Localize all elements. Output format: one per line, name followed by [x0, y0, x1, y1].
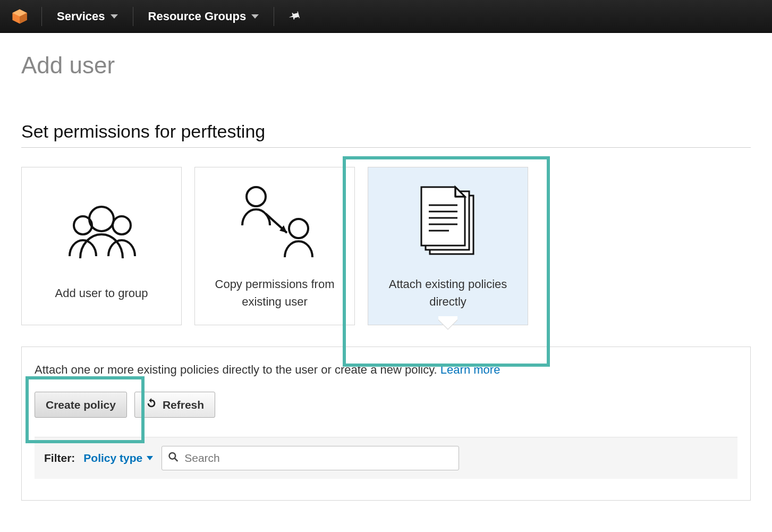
nav-separator [41, 7, 42, 26]
card-label: Attach existing policies directly [368, 275, 528, 310]
card-add-user-to-group[interactable]: Add user to group [21, 167, 182, 325]
nav-separator [133, 7, 133, 26]
button-row: Create policy Refresh [35, 392, 737, 418]
search-input[interactable] [162, 446, 459, 470]
nav-services-label: Services [57, 10, 105, 23]
learn-more-link[interactable]: Learn more [440, 363, 500, 376]
search-wrap [162, 446, 459, 470]
svg-point-6 [247, 187, 266, 206]
filter-bar: Filter: Policy type [35, 437, 737, 479]
copy-user-icon [224, 182, 325, 261]
panel-description-text: Attach one or more existing policies dir… [35, 363, 440, 376]
page-title: Add user [21, 52, 751, 79]
svg-point-4 [89, 207, 114, 231]
card-attach-policies[interactable]: Attach existing policies directly [368, 167, 528, 325]
policy-panel: Attach one or more existing policies dir… [21, 347, 751, 501]
group-icon [54, 191, 149, 271]
chevron-down-icon [111, 14, 118, 19]
section-title: Set permissions for perftesting [21, 121, 751, 148]
search-icon [168, 452, 179, 465]
svg-line-22 [175, 458, 178, 461]
nav-resource-groups[interactable]: Resource Groups [143, 10, 265, 23]
document-stack-icon [411, 182, 485, 261]
create-policy-label: Create policy [46, 399, 116, 411]
refresh-button[interactable]: Refresh [134, 392, 215, 418]
nav-separator [274, 7, 274, 26]
chevron-down-icon [147, 456, 153, 460]
svg-point-21 [169, 453, 176, 459]
create-policy-button[interactable]: Create policy [35, 392, 127, 418]
filter-dropdown-label: Policy type [83, 452, 142, 465]
filter-policy-type-dropdown[interactable]: Policy type [83, 452, 153, 465]
cube-icon [11, 7, 29, 26]
selected-notch [438, 316, 457, 335]
svg-point-7 [289, 219, 308, 238]
card-label: Copy permissions from existing user [195, 275, 354, 310]
pin-icon[interactable] [282, 5, 307, 28]
card-label: Add user to group [46, 284, 158, 302]
filter-label: Filter: [44, 452, 75, 465]
svg-point-5 [113, 216, 131, 234]
panel-description: Attach one or more existing policies dir… [35, 363, 737, 377]
chevron-down-icon [251, 14, 259, 19]
top-navbar: Services Resource Groups [0, 0, 772, 33]
permission-cards: Add user to group Copy permissions from … [21, 167, 751, 325]
nav-resource-groups-label: Resource Groups [148, 10, 247, 23]
aws-logo[interactable] [7, 7, 32, 26]
refresh-icon [146, 398, 157, 412]
nav-services[interactable]: Services [52, 10, 123, 23]
page-content: Add user Set permissions for perftesting… [0, 33, 772, 513]
refresh-label: Refresh [163, 399, 204, 411]
card-copy-permissions[interactable]: Copy permissions from existing user [194, 167, 355, 325]
